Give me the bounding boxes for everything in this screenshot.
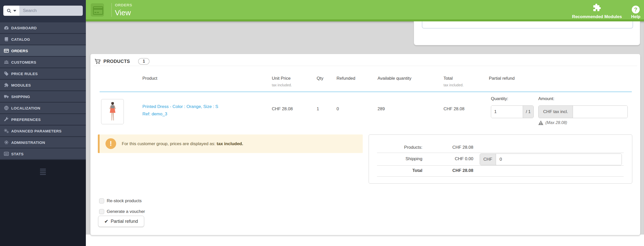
exclamation-circle-icon: ! (105, 138, 116, 149)
refund-max-text: (Max 28.08) (545, 120, 567, 125)
chevron-down-icon (13, 10, 16, 12)
header-actions: Recommended Modules ? Help (572, 0, 640, 21)
breadcrumb: ORDERS (115, 3, 132, 7)
col-header-total: Total (444, 76, 453, 81)
product-ref: Ref: demo_3 (142, 112, 167, 116)
col-subheader-tax-note: tax included. (444, 83, 464, 87)
refund-quantity-label: Quantity: (491, 96, 508, 101)
sidebar-item-label: PREFERENCES (11, 117, 41, 122)
col-header-unit-price: Unit Price (272, 76, 291, 81)
gears-icon (4, 128, 9, 134)
sidebar-item-modules[interactable]: MODULES (0, 80, 86, 91)
credit-card-icon (93, 6, 103, 15)
col-header-qty: Qty (317, 76, 323, 81)
sidebar-item-localization[interactable]: LOCALIZATION (0, 103, 86, 114)
partial-refund-button-label: Partial refund (111, 219, 138, 224)
credit-card-icon (4, 48, 9, 53)
warning-triangle-icon (538, 120, 543, 125)
totals-divider (377, 153, 624, 153)
puzzle-icon (592, 3, 602, 13)
wrench-icon (4, 117, 9, 122)
search-scope-button[interactable] (3, 6, 19, 16)
sidebar-item-label: CATALOG (11, 37, 30, 42)
sidebar-item-preferences[interactable]: PREFERENCES (0, 114, 86, 126)
generate-voucher-checkbox[interactable] (99, 209, 104, 214)
totals-products-label: Products: (384, 145, 422, 150)
table-header-underline (100, 91, 632, 92)
people-icon (4, 60, 9, 65)
refund-quantity-group: / 1 (491, 105, 534, 118)
tax-display-notice: ! For this customer group, prices are di… (98, 134, 363, 153)
refund-quantity-max-addon: / 1 (523, 106, 533, 118)
search-icon (7, 8, 11, 13)
puzzle-icon (4, 83, 9, 88)
order-view-screen: DASHBOARD CATALOG ORDERS CUSTOMERS (0, 0, 644, 246)
cell-qty: 1 (317, 106, 319, 112)
bar-chart-icon (4, 151, 9, 157)
help-icon: ? (632, 6, 640, 13)
cell-available-quantity: 289 (378, 106, 385, 112)
refund-amount-group: CHF tax incl. (538, 105, 628, 118)
tag-icon (4, 71, 9, 76)
sidebar-item-label: LOCALIZATION (11, 106, 40, 110)
notice-text-main: For this customer group, prices are disp… (122, 141, 216, 146)
notice-text: For this customer group, prices are disp… (122, 134, 243, 153)
help-label: Help (631, 14, 640, 19)
collapse-menu-icon[interactable] (40, 169, 46, 176)
shipping-cost-input[interactable] (496, 154, 622, 165)
products-panel-header: PRODUCTS 1 (95, 57, 150, 66)
sidebar-item-shipping[interactable]: SHIPPING (0, 91, 86, 103)
scrolled-panel-inner-box (422, 21, 633, 29)
col-header-product: Product (142, 76, 157, 81)
recommended-modules-button[interactable]: Recommended Modules (572, 3, 622, 19)
totals-shipping-value: CHF 0.00 (435, 156, 473, 161)
shipping-currency-addon: CHF (480, 154, 496, 165)
products-panel: PRODUCTS 1 Product Unit Price tax includ… (90, 54, 640, 235)
sidebar-item-label: DASHBOARD (11, 26, 37, 30)
voucher-option-row: Generate a voucher (99, 209, 145, 214)
sidebar: DASHBOARD CATALOG ORDERS CUSTOMERS (0, 0, 86, 246)
sidebar-item-label: ADMINISTRATION (11, 140, 45, 145)
header-divider (111, 3, 112, 17)
totals-divider (377, 165, 624, 166)
sidebar-item-label: STATS (11, 152, 23, 156)
check-icon: ✔ (104, 218, 109, 224)
sidebar-item-label: MODULES (11, 83, 31, 87)
product-link[interactable]: Printed Dress - Color : Orange, Size : S… (142, 103, 218, 118)
search-widget (3, 6, 83, 16)
shipping-cost-group: CHF (480, 154, 622, 165)
products-count-badge: 1 (138, 58, 150, 65)
truck-icon (4, 94, 9, 99)
sidebar-item-label: CUSTOMERS (11, 60, 36, 64)
sidebar-menu: DASHBOARD CATALOG ORDERS CUSTOMERS (0, 22, 86, 160)
partial-refund-button[interactable]: ✔ Partial refund (98, 216, 144, 227)
col-header-refunded: Refunded (337, 76, 355, 81)
refund-quantity-input[interactable] (491, 106, 523, 118)
totals-divider (377, 176, 624, 177)
notice-text-bold: tax included. (217, 141, 243, 146)
page-title: View (115, 9, 131, 17)
sidebar-item-advanced-parameters[interactable]: ADVANCED PARAMETERS (0, 126, 86, 137)
sidebar-item-customers[interactable]: CUSTOMERS (0, 57, 86, 68)
sidebar-item-catalog[interactable]: CATALOG (0, 34, 86, 45)
restock-option-row: Re-stock products (99, 198, 142, 203)
refund-amount-input[interactable] (573, 106, 627, 118)
restock-products-label: Re-stock products (107, 198, 142, 203)
sidebar-item-administration[interactable]: ADMINISTRATION (0, 137, 86, 148)
col-subheader-tax-note: tax included. (272, 83, 292, 87)
sidebar-item-price-rules[interactable]: PRICE RULES (0, 68, 86, 80)
search-input[interactable] (19, 6, 83, 16)
page-header: ORDERS View Recommended Modules ? Help (86, 0, 644, 21)
book-icon (4, 37, 9, 42)
help-button[interactable]: ? Help (631, 6, 640, 19)
restock-products-checkbox[interactable] (99, 198, 104, 203)
sidebar-item-dashboard[interactable]: DASHBOARD (0, 22, 86, 34)
totals-products-value: CHF 28.08 (435, 145, 473, 150)
sidebar-item-stats[interactable]: STATS (0, 148, 86, 160)
order-totals-box: Products: CHF 28.08 Shipping CHF 0.00 CH… (369, 134, 632, 184)
dress-image (108, 102, 117, 122)
sidebar-item-orders[interactable]: ORDERS (0, 45, 86, 57)
generate-voucher-label: Generate a voucher (107, 209, 145, 214)
totals-total-label: Total (384, 168, 422, 173)
sidebar-item-label: ORDERS (11, 49, 28, 53)
